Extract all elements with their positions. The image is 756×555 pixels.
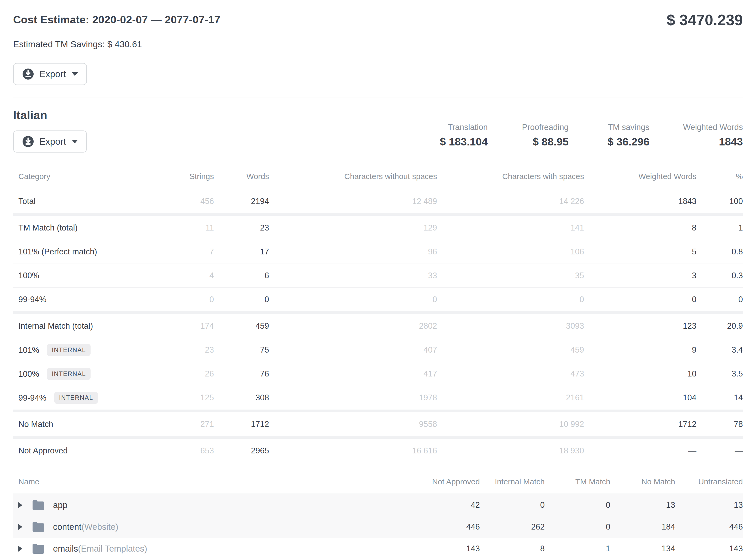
table-cell: 1843 xyxy=(584,197,697,206)
cost-stats: Translation $ 183.104 Proofreading $ 88.… xyxy=(440,123,743,148)
export-button[interactable]: Export xyxy=(13,63,87,85)
table-cell: 456 xyxy=(171,197,214,206)
internal-badge: INTERNAL xyxy=(47,344,91,356)
stat-proofreading: Proofreading $ 88.95 xyxy=(521,123,569,148)
group-separator xyxy=(13,436,743,439)
column-header: Weighted Words xyxy=(584,172,697,181)
table-cell: 1712 xyxy=(214,420,269,429)
file-row-emails[interactable]: emails(Email Templates) 143 8 1 134 143 xyxy=(13,538,743,555)
table-cell: 14 xyxy=(697,393,743,402)
table-cell: — xyxy=(697,446,743,456)
table-cell: 417 xyxy=(269,369,437,379)
table-cell: 10 xyxy=(584,369,697,379)
file-name: app xyxy=(53,500,68,510)
table-cell: Internal Match (total) xyxy=(18,322,171,331)
table-cell: 2194 xyxy=(214,197,269,206)
export-button-label: Export xyxy=(39,136,66,147)
column-header: Internal Match xyxy=(480,477,545,486)
table-row: 99-94%INTERNAL 125 308 1978 2161 104 14 xyxy=(13,386,743,410)
table-cell: 4 xyxy=(171,271,214,281)
table-cell: 0 xyxy=(480,500,545,510)
table-cell: 100% xyxy=(18,271,171,281)
table-cell: 2802 xyxy=(269,322,437,331)
group-separator xyxy=(13,410,743,412)
table-row: 100%INTERNAL 26 76 417 473 10 3.5 xyxy=(13,362,743,386)
table-cell: 23 xyxy=(171,345,214,355)
table-cell: 99-94%INTERNAL xyxy=(18,392,171,404)
caret-right-icon xyxy=(18,502,22,508)
stat-translation: Translation $ 183.104 xyxy=(440,123,488,148)
internal-badge: INTERNAL xyxy=(47,368,91,380)
table-cell: 2965 xyxy=(214,446,269,456)
table-cell: 3.4 xyxy=(697,345,743,355)
table-cell: 100 xyxy=(697,197,743,206)
table-row: 101% (Perfect match) 7 17 96 106 5 0.8 xyxy=(13,240,743,264)
table-cell: 0 xyxy=(171,295,214,304)
table-cell: 0 xyxy=(584,295,697,304)
caret-right-icon xyxy=(18,524,22,530)
expand-button[interactable] xyxy=(18,524,32,530)
language-title: Italian xyxy=(13,109,87,122)
folder-icon xyxy=(32,521,47,532)
table-cell: 2161 xyxy=(437,393,584,402)
table-cell: 407 xyxy=(269,345,437,355)
table-row: Total 456 2194 12 489 14 226 1843 100 xyxy=(13,189,743,213)
language-export-button[interactable]: Export xyxy=(13,130,87,153)
table-cell: 446 xyxy=(675,522,743,531)
table-cell: 125 xyxy=(171,393,214,402)
table-cell: 1 xyxy=(697,223,743,232)
table-cell: 101%INTERNAL xyxy=(18,344,171,356)
table-cell: No Match xyxy=(18,420,171,429)
table-cell: 262 xyxy=(480,522,545,531)
cost-table: Category Strings Words Characters withou… xyxy=(13,165,743,463)
table-cell: 0 xyxy=(545,522,610,531)
table-cell: 75 xyxy=(214,345,269,355)
table-row: Internal Match (total) 174 459 2802 3093… xyxy=(13,314,743,338)
category-label: 101% xyxy=(18,345,39,355)
column-header: Not Approved xyxy=(415,477,480,486)
table-cell: 0 xyxy=(269,295,437,304)
table-cell: 76 xyxy=(214,369,269,379)
folder-icon xyxy=(32,500,47,511)
cost-table-header: Category Strings Words Characters withou… xyxy=(13,165,743,189)
table-cell: 134 xyxy=(610,544,675,553)
header: Cost Estimate: 2020-02-07 — 2077-07-17 $… xyxy=(13,0,743,29)
table-cell: 26 xyxy=(171,369,214,379)
table-cell: 3093 xyxy=(437,322,584,331)
table-cell: 23 xyxy=(214,223,269,232)
category-label: 99-94% xyxy=(18,393,46,402)
table-cell: 9558 xyxy=(269,420,437,429)
file-name: content xyxy=(53,522,81,532)
table-cell: Total xyxy=(18,197,171,206)
file-row-app[interactable]: app 42 0 0 13 13 xyxy=(13,494,743,516)
file-row-content[interactable]: content(Website) 446 262 0 184 446 xyxy=(13,516,743,538)
table-row: Not Approved 653 2965 16 616 18 930 — — xyxy=(13,439,743,463)
table-row: 99-94% 0 0 0 0 0 0 xyxy=(13,288,743,311)
table-cell: 3.5 xyxy=(697,369,743,379)
table-cell: 18 930 xyxy=(437,446,584,456)
table-cell: 5 xyxy=(584,247,697,256)
table-cell: 35 xyxy=(437,271,584,281)
table-row: No Match 271 1712 9558 10 992 1712 78 xyxy=(13,412,743,436)
table-cell: 7 xyxy=(171,247,214,256)
tm-savings-line: Estimated TM Savings: $ 430.61 xyxy=(13,39,743,49)
table-cell: Not Approved xyxy=(18,446,171,456)
table-cell: 6 xyxy=(214,271,269,281)
table-cell: 99-94% xyxy=(18,295,171,304)
table-cell: 271 xyxy=(171,420,214,429)
table-cell: 11 xyxy=(171,223,214,232)
table-cell: 1978 xyxy=(269,393,437,402)
table-cell: 12 489 xyxy=(269,197,437,206)
chevron-down-icon xyxy=(72,72,78,76)
column-header: Characters without spaces xyxy=(269,172,437,181)
file-suffix: (Website) xyxy=(81,522,119,532)
expand-button[interactable] xyxy=(18,546,32,552)
table-cell: 20.9 xyxy=(697,322,743,331)
folder-icon xyxy=(32,543,47,554)
table-row: TM Match (total) 11 23 129 141 8 1 xyxy=(13,216,743,240)
expand-button[interactable] xyxy=(18,502,32,508)
column-header: Name xyxy=(18,477,415,486)
page: Cost Estimate: 2020-02-07 — 2077-07-17 $… xyxy=(0,0,756,555)
table-cell: 100%INTERNAL xyxy=(18,368,171,380)
files-table-header: Name Not Approved Internal Match TM Matc… xyxy=(13,470,743,494)
